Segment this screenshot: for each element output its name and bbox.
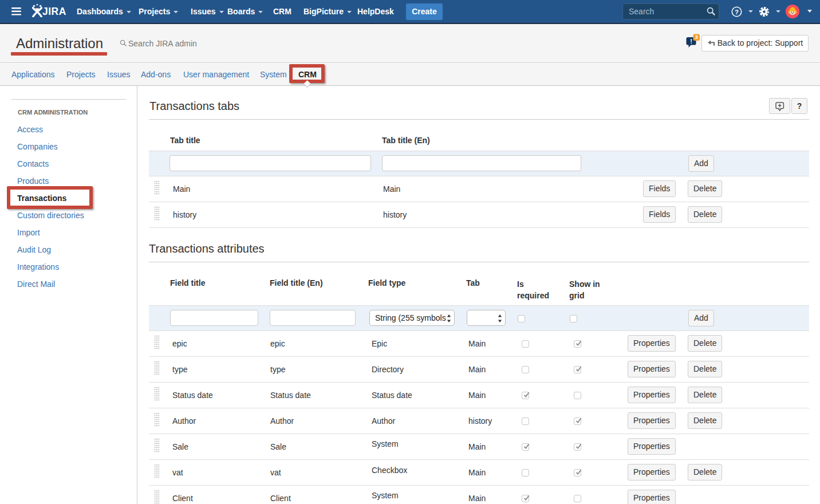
svg-text:3: 3 <box>695 34 698 40</box>
svg-text:?: ? <box>735 9 739 15</box>
svg-text:!: ! <box>690 38 692 45</box>
